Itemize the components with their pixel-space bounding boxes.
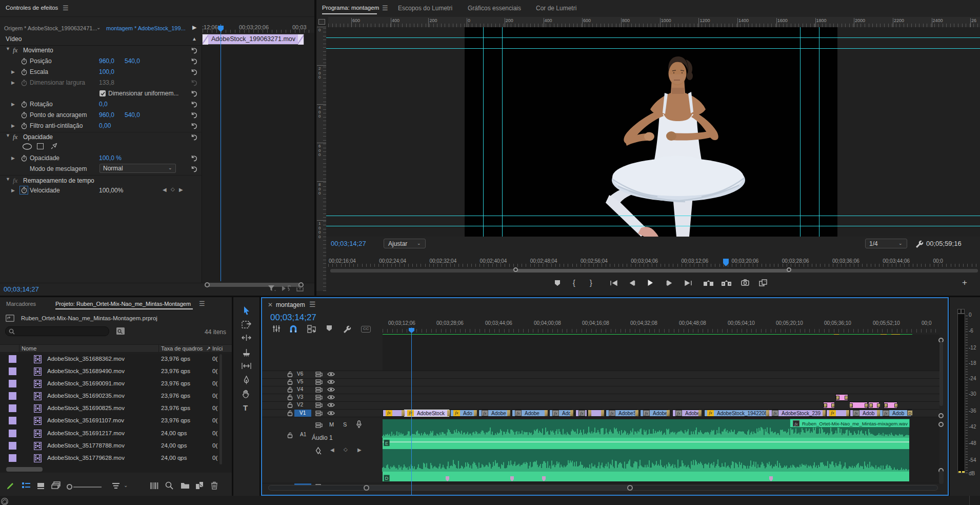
svg-text:D: D	[385, 476, 389, 481]
svg-text:E: E	[385, 441, 388, 446]
